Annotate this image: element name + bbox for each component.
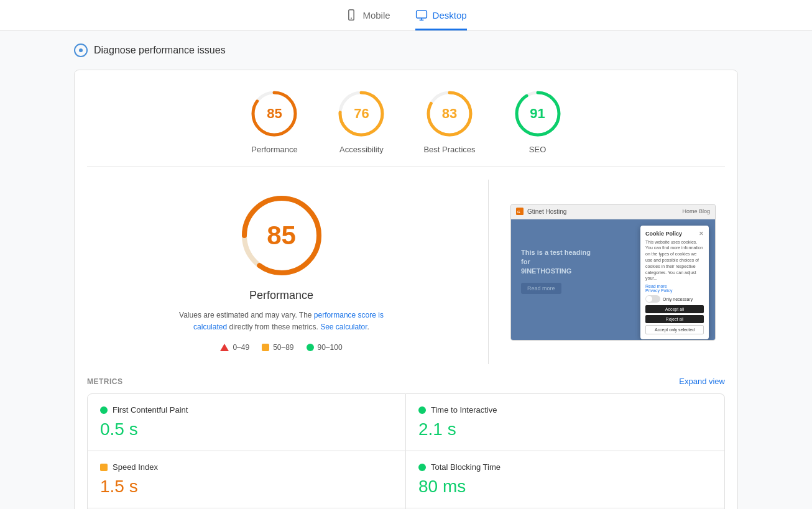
score-circle-best-practices: 83 [425,89,474,139]
metrics-section: METRICS Expand view First Contentful Pai… [87,377,725,509]
expand-view-button[interactable]: Expand view [679,377,725,386]
metric-tbt-name: Total Blocking Time [431,462,501,472]
performance-description: Values are estimated and may vary. The p… [164,310,400,333]
metrics-header: METRICS Expand view [87,377,725,386]
tab-desktop[interactable]: Desktop [415,9,467,30]
screenshot-preview: G Gtinet Hosting Home Blog This is a tes… [510,204,716,341]
cookie-reject-all[interactable]: Reject all [645,315,704,323]
vertical-divider [488,180,489,364]
score-best-practices: 83 Best Practices [423,89,475,154]
metric-si-dot [100,464,108,471]
diagnose-icon [74,44,88,57]
top-navigation: Mobile Desktop [0,0,812,31]
diagnose-row: Diagnose performance issues [74,44,738,57]
desktop-tab-label: Desktop [433,10,467,21]
metric-tbt-header: Total Blocking Time [418,462,712,472]
screenshot-bar-links: Home Blog [682,208,710,214]
metric-fcp-value: 0.5 s [100,420,393,439]
metric-si-name: Speed Index [113,462,158,472]
score-circle-accessibility: 76 [336,89,386,139]
page-content: Diagnose performance issues 85 Performan… [64,31,748,509]
score-circle-performance: 85 [249,89,299,139]
score-performance: 85 Performance [249,89,299,154]
metric-si-value: 1.5 s [100,477,393,497]
metric-tti: Time to Interactive 2.1 s [406,393,725,451]
metric-fcp: First Contentful Paint 0.5 s [87,393,406,451]
score-label-seo: SEO [529,145,546,154]
svg-text:G: G [517,210,520,214]
tab-mobile[interactable]: Mobile [345,9,390,30]
metric-si: Speed Index 1.5 s [87,451,406,508]
big-score-circle: 85 [238,192,325,279]
cookie-toggle-label: Only necessary [663,297,693,301]
diagnose-title: Diagnose performance issues [94,45,226,56]
calculator-link[interactable]: See calculator [320,323,367,331]
metric-tti-dot [418,406,426,414]
metric-tti-header: Time to Interactive [418,405,712,415]
svg-rect-2 [416,11,427,18]
metric-fcp-dot [100,406,108,414]
main-card: 85 Performance 76 Accessibility [74,70,738,509]
legend-good-label: 90–100 [318,343,343,352]
cookie-popup: Cookie Policy ✕ This website uses cookie… [640,226,709,340]
scores-row: 85 Performance 76 Accessibility [87,89,725,167]
screenshot-content: This is a test heading for9INETHOSTING R… [511,219,715,341]
metric-tbt: Total Blocking Time 80 ms [406,451,725,508]
performance-title: Performance [249,289,313,302]
legend-medium: 50–89 [262,343,293,352]
legend-row: 0–49 50–89 90–100 [220,343,342,352]
legend-circle-icon [307,344,314,351]
mobile-tab-label: Mobile [362,10,390,21]
score-accessibility: 76 Accessibility [336,89,386,154]
metric-tbt-dot [418,464,426,471]
screenshot-bar-text: Gtinet Hosting [527,208,566,215]
desktop-icon [415,9,428,21]
metric-fcp-name: First Contentful Paint [113,405,188,415]
big-score-number: 85 [267,221,296,250]
screenshot-logo-icon: G [516,208,524,215]
cookie-popup-text: This website uses cookies. You can find … [645,239,704,282]
cookie-popup-links: Read morePrivacy Policy [645,284,704,293]
desc-suffix: . [367,323,369,331]
legend-triangle-icon [220,344,229,351]
score-label-best-practices: Best Practices [423,145,475,154]
score-value-accessibility: 76 [354,106,369,122]
cookie-close-icon[interactable]: ✕ [699,231,704,237]
metrics-grid: First Contentful Paint 0.5 s Time to Int… [87,393,725,509]
legend-bad: 0–49 [220,343,249,352]
cookie-toggle-row: Only necessary [645,295,704,303]
mobile-icon [345,9,358,21]
left-panel: 85 Performance Values are estimated and … [87,180,476,364]
right-panel: G Gtinet Hosting Home Blog This is a tes… [501,180,725,364]
legend-good: 90–100 [307,343,343,352]
score-value-best-practices: 83 [442,106,457,122]
cookie-popup-title: Cookie Policy ✕ [645,231,704,237]
metric-si-header: Speed Index [100,462,393,472]
score-label-performance: Performance [251,145,297,154]
content-split: 85 Performance Values are estimated and … [87,180,725,364]
score-value-performance: 85 [267,106,282,122]
desc-middle: directly from these metrics. [227,323,320,331]
score-circle-seo: 91 [513,89,563,139]
metric-tti-value: 2.1 s [418,420,712,439]
metrics-label: METRICS [87,377,123,386]
legend-bad-label: 0–49 [233,343,249,352]
score-seo: 91 SEO [513,89,563,154]
screenshot-heading: This is a test heading for9INETHOSTING [521,248,596,277]
metric-tbt-value: 80 ms [418,477,712,497]
score-value-seo: 91 [530,106,545,122]
screenshot-bar: G Gtinet Hosting Home Blog [511,204,715,219]
desc-prefix: Values are estimated and may vary. The [179,311,314,319]
cookie-toggle[interactable] [645,295,660,303]
metric-tti-name: Time to Interactive [431,405,497,415]
metric-fcp-header: First Contentful Paint [100,405,393,415]
cookie-accept-all[interactable]: Accept all [645,305,704,313]
legend-square-icon [262,344,269,351]
score-label-accessibility: Accessibility [339,145,384,154]
screenshot-read-more: Read more [521,283,561,294]
cookie-accept-selected[interactable]: Accept only selected [645,325,704,334]
legend-medium-label: 50–89 [273,343,293,352]
